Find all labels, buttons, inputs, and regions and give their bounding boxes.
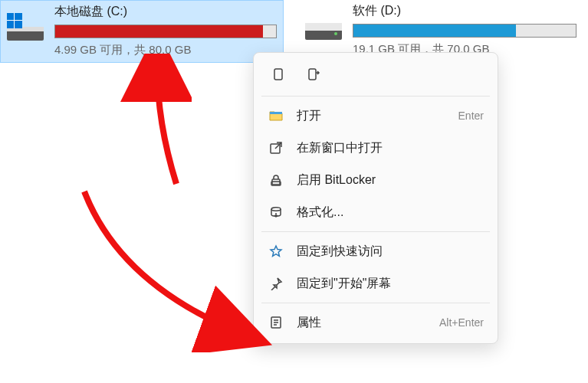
drive-c-bar xyxy=(54,25,277,38)
svg-rect-12 xyxy=(274,69,282,80)
annotation-arrow-icon xyxy=(115,54,192,192)
drive-d-fill xyxy=(353,25,516,37)
svg-rect-10 xyxy=(305,23,342,31)
menu-open-shortcut: Enter xyxy=(458,110,484,122)
menu-open[interactable]: 打开 Enter xyxy=(254,100,498,132)
context-menu: 打开 Enter 在新窗口中打开 启用 BitLocker xyxy=(253,52,498,344)
svg-rect-14 xyxy=(270,112,282,114)
menu-separator xyxy=(261,303,490,303)
menu-open-new-label: 在新窗口中打开 xyxy=(297,140,484,156)
menu-pin-quick-label: 固定到快速访问 xyxy=(297,244,484,260)
drive-d-bar xyxy=(353,24,577,38)
lock-icon xyxy=(268,172,284,188)
menu-separator xyxy=(261,96,490,97)
svg-rect-3 xyxy=(7,13,14,20)
svg-rect-5 xyxy=(7,21,14,28)
svg-rect-6 xyxy=(15,21,21,28)
menu-open-label: 打开 xyxy=(297,108,446,124)
menu-properties[interactable]: 属性 Alt+Enter xyxy=(254,306,498,339)
drive-d-info: 软件 (D:) 19.1 GB 可用，共 70.0 GB xyxy=(353,3,577,57)
svg-rect-13 xyxy=(309,69,316,80)
drive-icon xyxy=(302,6,345,49)
menu-properties-shortcut: Alt+Enter xyxy=(439,316,484,329)
properties-icon xyxy=(268,314,284,331)
drive-d-name: 软件 (D:) xyxy=(353,3,577,19)
drive-c-sub: 4.99 GB 可用，共 80.0 GB xyxy=(54,43,277,57)
svg-point-11 xyxy=(334,32,337,35)
pin-icon xyxy=(268,275,284,292)
star-icon xyxy=(268,243,284,260)
format-icon xyxy=(268,204,284,221)
folder-icon xyxy=(268,107,284,124)
menu-properties-label: 属性 xyxy=(297,315,427,331)
svg-rect-8 xyxy=(7,20,22,21)
menu-bitlocker[interactable]: 启用 BitLocker xyxy=(254,164,498,196)
annotation-arrow-icon xyxy=(77,184,276,352)
menu-format[interactable]: 格式化... xyxy=(254,196,498,228)
copy-button[interactable] xyxy=(268,64,289,85)
drive-c-fill xyxy=(55,25,263,38)
open-external-icon xyxy=(268,139,284,156)
drive-os-icon xyxy=(4,7,47,50)
drive-c[interactable]: 本地磁盘 (C:) 4.99 GB 可用，共 80.0 GB xyxy=(0,0,284,63)
drive-c-name: 本地磁盘 (C:) xyxy=(54,4,277,20)
menu-format-label: 格式化... xyxy=(297,205,484,221)
menu-open-new-window[interactable]: 在新窗口中打开 xyxy=(254,132,498,164)
menu-pin-start[interactable]: 固定到"开始"屏幕 xyxy=(254,267,498,300)
menu-toolbar xyxy=(254,57,498,93)
menu-separator xyxy=(261,231,490,232)
menu-pin-quick[interactable]: 固定到快速访问 xyxy=(254,235,498,267)
paste-button[interactable] xyxy=(303,64,324,85)
menu-bitlocker-label: 启用 BitLocker xyxy=(297,172,484,188)
menu-pin-start-label: 固定到"开始"屏幕 xyxy=(297,276,484,292)
svg-point-18 xyxy=(271,208,281,211)
drive-c-info: 本地磁盘 (C:) 4.99 GB 可用，共 80.0 GB xyxy=(54,4,277,57)
svg-rect-4 xyxy=(15,13,21,20)
